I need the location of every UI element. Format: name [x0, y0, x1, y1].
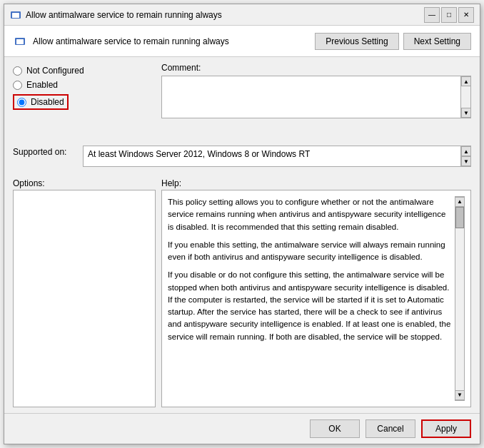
- help-text-content: This policy setting allows you to config…: [168, 196, 453, 401]
- options-panel: Options:: [13, 178, 156, 407]
- help-scroll-thumb[interactable]: [455, 207, 464, 228]
- policy-icon: [13, 34, 27, 49]
- title-bar: Allow antimalware service to remain runn…: [4, 4, 480, 26]
- help-scroll-up[interactable]: ▲: [455, 197, 465, 207]
- svg-rect-3: [16, 39, 24, 44]
- radio-group: Not Configured Enabled Disabled: [13, 63, 156, 110]
- supported-section: Supported on: At least Windows Server 20…: [13, 146, 471, 174]
- help-box: This policy setting allows you to config…: [161, 190, 471, 407]
- comment-scrollbar: ▲ ▼: [460, 76, 470, 118]
- radio-not-configured[interactable]: Not Configured: [13, 66, 156, 76]
- left-panel: Not Configured Enabled Disabled: [13, 63, 156, 141]
- help-scroll-track: [455, 207, 464, 390]
- right-panel: Comment: ▲ ▼: [161, 63, 471, 141]
- dialog-icon: [10, 9, 21, 21]
- header-buttons: Previous Setting Next Setting: [315, 33, 471, 50]
- comment-label: Comment:: [161, 63, 471, 73]
- top-section: Not Configured Enabled Disabled Comment:: [13, 63, 471, 141]
- radio-enabled[interactable]: Enabled: [13, 80, 156, 90]
- minimize-button[interactable]: —: [424, 7, 440, 23]
- help-paragraph-1: This policy setting allows you to config…: [168, 196, 453, 233]
- not-configured-radio[interactable]: [13, 66, 22, 76]
- help-scroll-down[interactable]: ▼: [455, 390, 465, 400]
- help-scrollbar: ▲ ▼: [455, 196, 465, 401]
- comment-area: ▲ ▼: [161, 76, 471, 118]
- apply-button[interactable]: Apply: [421, 419, 471, 438]
- title-text: Allow antimalware service to remain runn…: [26, 10, 222, 20]
- supported-value: At least Windows Server 2012, Windows 8 …: [84, 146, 460, 166]
- help-panel: Help: This policy setting allows you to …: [161, 178, 471, 407]
- supported-scrollbar: ▲ ▼: [460, 146, 470, 166]
- disabled-label: Disabled: [31, 97, 64, 107]
- enabled-label: Enabled: [26, 80, 58, 90]
- supported-scroll-down[interactable]: ▼: [461, 156, 471, 166]
- cancel-button[interactable]: Cancel: [365, 419, 415, 438]
- header-left: Allow antimalware service to remain runn…: [13, 34, 229, 49]
- title-bar-left: Allow antimalware service to remain runn…: [10, 9, 222, 21]
- options-box: [13, 190, 156, 407]
- maximize-button[interactable]: □: [441, 7, 457, 23]
- enabled-radio[interactable]: [13, 81, 22, 90]
- lower-section: Options: Help: This policy setting allow…: [13, 178, 471, 407]
- supported-scroll-up[interactable]: ▲: [461, 146, 471, 156]
- main-content: Not Configured Enabled Disabled Comment:: [4, 57, 480, 413]
- title-controls: — □ ✕: [424, 7, 474, 23]
- previous-setting-button[interactable]: Previous Setting: [315, 33, 398, 50]
- header-section: Allow antimalware service to remain runn…: [4, 26, 480, 57]
- not-configured-label: Not Configured: [26, 66, 84, 76]
- next-setting-button[interactable]: Next Setting: [403, 33, 471, 50]
- scroll-up-arrow[interactable]: ▲: [461, 76, 471, 86]
- options-label: Options:: [13, 178, 156, 188]
- supported-value-box: At least Windows Server 2012, Windows 8 …: [83, 146, 471, 167]
- svg-rect-1: [12, 13, 19, 18]
- help-label: Help:: [161, 178, 471, 188]
- radio-disabled-container: Disabled: [13, 94, 69, 110]
- supported-label: Supported on:: [13, 146, 77, 157]
- scroll-down-arrow[interactable]: ▼: [461, 108, 471, 118]
- help-paragraph-3: If you disable or do not configure this …: [168, 269, 453, 343]
- footer: OK Cancel Apply: [4, 413, 480, 444]
- ok-button[interactable]: OK: [310, 419, 360, 438]
- close-button[interactable]: ✕: [458, 7, 474, 23]
- comment-textarea[interactable]: [162, 76, 460, 118]
- disabled-radio[interactable]: [17, 98, 26, 107]
- main-dialog: Allow antimalware service to remain runn…: [4, 4, 480, 444]
- help-paragraph-2: If you enable this setting, the antimalw…: [168, 239, 453, 264]
- header-title: Allow antimalware service to remain runn…: [33, 36, 229, 46]
